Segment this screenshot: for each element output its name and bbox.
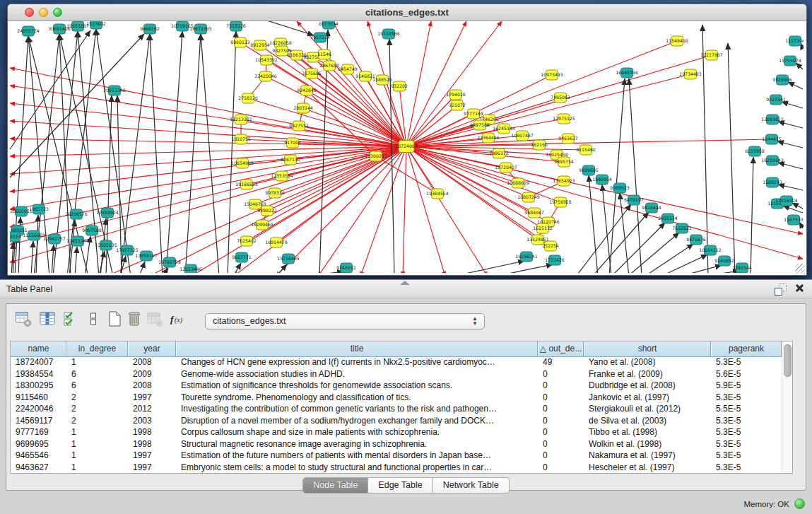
cell-in_degree[interactable]: 1	[66, 450, 128, 462]
cell-pagerank[interactable]: 5.5E-5	[711, 403, 782, 415]
graph-edge[interactable]	[592, 212, 649, 273]
graph-edge[interactable]	[403, 146, 406, 273]
yellow-node[interactable]: 12217987	[700, 50, 723, 60]
graph-edge[interactable]	[360, 146, 406, 273]
graph-edge[interactable]	[661, 255, 707, 273]
teal-node[interactable]: 7957224	[310, 33, 330, 42]
teal-node[interactable]: 9699695	[579, 165, 599, 175]
cell-year[interactable]: 1998	[128, 438, 176, 450]
teal-node[interactable]: 1733426	[545, 255, 565, 265]
graph-edge[interactable]	[276, 264, 287, 273]
teal-node[interactable]: 1589293	[763, 177, 782, 187]
graph-edge[interactable]	[782, 102, 803, 108]
float-panel-icon[interactable]	[775, 284, 787, 296]
graph-edge[interactable]	[452, 261, 524, 273]
cell-title[interactable]: Structural magnetic resonance image aver…	[176, 438, 538, 450]
graph-edge[interactable]	[778, 122, 803, 128]
teal-node[interactable]: 9245012	[336, 263, 356, 273]
graph-edge[interactable]	[406, 74, 690, 146]
teal-node[interactable]: 16648784	[616, 68, 638, 78]
cell-in_degree[interactable]: 1	[66, 356, 128, 368]
graph-edge[interactable]	[75, 247, 77, 273]
column-header-title[interactable]: title	[176, 341, 538, 356]
teal-node[interactable]: 20206576	[65, 209, 88, 219]
table-row[interactable]: 1830029562008Estimation of significance …	[11, 380, 782, 392]
cell-year[interactable]: 1997	[128, 450, 176, 462]
yellow-node[interactable]: 8978334	[265, 188, 285, 198]
tab-node-table[interactable]: Node Table	[302, 477, 368, 493]
graph-edge[interactable]	[680, 265, 722, 273]
teal-node[interactable]: 12093822	[761, 115, 784, 124]
graph-edge[interactable]	[576, 204, 631, 273]
cell-short[interactable]: Jankovic et al. (1997)	[584, 392, 711, 404]
column-header-year[interactable]: year	[128, 341, 176, 356]
column-header-short[interactable]: short	[584, 341, 711, 356]
yellow-node[interactable]: 12975125	[553, 114, 575, 124]
yellow-node[interactable]: 917004	[284, 138, 301, 148]
cell-pagerank[interactable]: 5.3E-5	[711, 426, 782, 438]
yellow-node[interactable]: 932203	[391, 81, 408, 91]
cell-short[interactable]: Wolkin et al. (1998)	[584, 438, 711, 450]
table-row[interactable]: 1938455462009Genome-wide association stu…	[11, 368, 782, 380]
graph-edge[interactable]	[792, 203, 803, 209]
yellow-node[interactable]: 11548408	[666, 36, 688, 46]
yellow-node[interactable]: 21364436	[477, 133, 500, 143]
network-graph[interactable]: 8860123891295418226058982750910543392818…	[10, 21, 804, 273]
cell-in_degree[interactable]: 6	[66, 368, 128, 380]
cell-short[interactable]: Franke et al. (2009)	[584, 368, 711, 380]
cell-name[interactable]: 9777169	[11, 426, 66, 438]
graph-edge[interactable]	[406, 146, 445, 273]
yellow-node[interactable]: 121072	[449, 100, 466, 110]
graph-edge[interactable]	[611, 223, 665, 273]
vertical-scrollbar[interactable]	[782, 341, 792, 473]
cell-year[interactable]: 1998	[128, 426, 176, 438]
teal-node[interactable]: 13505135	[95, 240, 117, 250]
cell-in_degree[interactable]: 6	[66, 380, 128, 392]
yellow-node[interactable]: 7485063	[551, 93, 570, 103]
cell-short[interactable]: Tibbo et al. (1998)	[584, 426, 711, 438]
cell-name[interactable]: 9463627	[11, 462, 66, 474]
cell-pagerank[interactable]: 5.3E-5	[711, 356, 782, 368]
teal-node[interactable]: 1244415	[762, 134, 782, 144]
cell-pagerank[interactable]: 5.3E-5	[711, 450, 782, 462]
cell-name[interactable]: 18300295	[11, 380, 66, 392]
yellow-node[interactable]: 7625402	[237, 236, 257, 246]
teal-node[interactable]: 1117304	[785, 36, 804, 46]
cell-out_de[interactable]: 0	[538, 368, 584, 380]
cell-pagerank[interactable]: 5.6E-5	[711, 368, 782, 380]
yellow-node[interactable]: 8860123	[230, 37, 250, 47]
cell-short[interactable]: Yano et al. (2008)	[584, 356, 711, 368]
teal-node[interactable]: 7632621	[672, 223, 692, 233]
cell-title[interactable]: Corpus callosum shape and size in male p…	[176, 426, 538, 438]
teal-node[interactable]: 9097588	[82, 226, 102, 235]
cell-out_de[interactable]: 0	[538, 438, 584, 450]
yellow-node[interactable]: 18724007	[395, 141, 418, 153]
cell-out_de[interactable]: 0	[538, 415, 584, 427]
yellow-node[interactable]: 162160	[531, 140, 548, 150]
graph-edge[interactable]	[406, 146, 564, 181]
yellow-node[interactable]: 16914479	[265, 238, 288, 247]
cell-name[interactable]: 18724007	[11, 356, 66, 368]
yellow-node[interactable]: 19756928	[549, 197, 572, 207]
graph-edge[interactable]	[228, 31, 236, 273]
cell-in_degree[interactable]: 2	[66, 403, 128, 415]
teal-node[interactable]: 24055724	[17, 26, 40, 36]
graph-edge[interactable]	[10, 146, 406, 245]
cell-out_de[interactable]: 0	[538, 403, 584, 415]
teal-node[interactable]: 8471676	[686, 235, 706, 245]
cell-pagerank[interactable]: 5.9E-5	[711, 380, 782, 392]
cell-pagerank[interactable]: 5.3E-5	[711, 438, 782, 450]
teal-node[interactable]: 15716485	[277, 254, 300, 264]
cell-in_degree[interactable]: 2	[66, 392, 128, 404]
graph-edge[interactable]	[10, 30, 90, 149]
tab-network-table[interactable]: Network Table	[433, 477, 510, 493]
graph-edge[interactable]	[139, 262, 145, 273]
teal-node[interactable]: 39159	[10, 232, 21, 242]
teal-node[interactable]: 9857771	[232, 252, 252, 262]
cell-year[interactable]: 2012	[128, 403, 176, 415]
network-canvas[interactable]: 8860123891295418226058982750910543392818…	[10, 21, 804, 273]
cell-title[interactable]: Genome-wide association studies in ADHD.	[176, 368, 538, 380]
memory-status-icon[interactable]	[794, 498, 805, 509]
yellow-node[interactable]: 10807487	[511, 131, 534, 141]
yellow-node[interactable]: 2803144	[293, 103, 313, 113]
